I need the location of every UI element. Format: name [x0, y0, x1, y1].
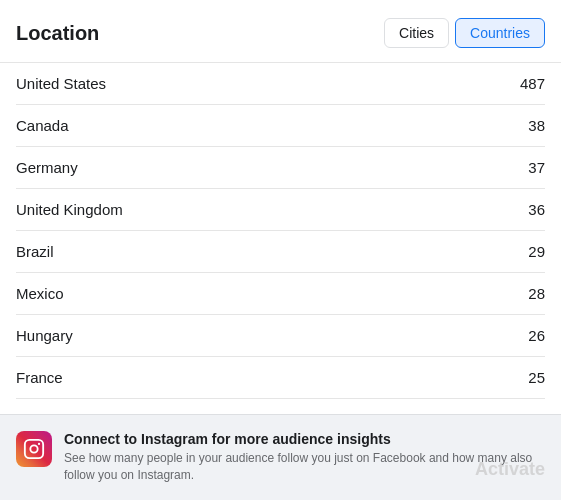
table-row: France25 — [16, 357, 545, 399]
row-country-label: Canada — [16, 117, 69, 134]
row-country-label: France — [16, 369, 63, 386]
row-country-value: 37 — [528, 159, 545, 176]
tab-group: Cities Countries — [384, 18, 545, 48]
svg-point-1 — [30, 446, 37, 453]
instagram-banner-description: See how many people in your audience fol… — [64, 450, 545, 484]
row-country-value: 25 — [528, 369, 545, 386]
table-row: United Kingdom36 — [16, 189, 545, 231]
row-country-label: Germany — [16, 159, 78, 176]
page-container: Location Cities Countries United States4… — [0, 0, 561, 500]
row-country-value: 28 — [528, 285, 545, 302]
row-country-value: 29 — [528, 243, 545, 260]
row-country-label: Mexico — [16, 285, 64, 302]
row-country-label: United States — [16, 75, 106, 92]
table-row: Mexico28 — [16, 273, 545, 315]
row-country-value: 38 — [528, 117, 545, 134]
table-row: Canada38 — [16, 105, 545, 147]
row-country-value: 487 — [520, 75, 545, 92]
instagram-text: Connect to Instagram for more audience i… — [64, 431, 545, 484]
tab-cities[interactable]: Cities — [384, 18, 449, 48]
row-country-value: 26 — [528, 327, 545, 344]
tab-countries[interactable]: Countries — [455, 18, 545, 48]
row-country-label: Hungary — [16, 327, 73, 344]
table-row: Brazil29 — [16, 231, 545, 273]
row-country-value: 36 — [528, 201, 545, 218]
row-country-label: United Kingdom — [16, 201, 123, 218]
svg-point-2 — [38, 443, 40, 445]
page-title: Location — [16, 22, 99, 45]
page-header: Location Cities Countries — [0, 0, 561, 63]
table-row: United States487 — [16, 63, 545, 105]
instagram-banner: Connect to Instagram for more audience i… — [0, 414, 561, 500]
instagram-banner-title: Connect to Instagram for more audience i… — [64, 431, 545, 447]
table-row: Germany37 — [16, 147, 545, 189]
instagram-icon — [16, 431, 52, 467]
table-row: Hungary26 — [16, 315, 545, 357]
row-country-label: Brazil — [16, 243, 54, 260]
svg-rect-0 — [25, 440, 43, 458]
